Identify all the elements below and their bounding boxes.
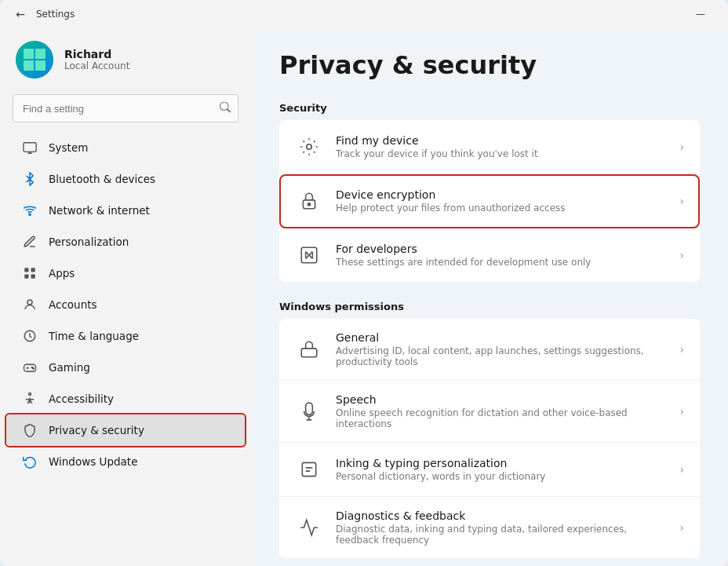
minimize-button[interactable]: — [682,2,719,26]
device-encryption-icon [295,187,323,215]
sidebar-item-privacy[interactable]: Privacy & security [6,414,245,446]
svg-point-8 [27,300,32,305]
general-desc: Advertising ID, local content, app launc… [336,345,667,367]
windows-permissions-card-group: General Advertising ID, local content, a… [279,319,700,558]
card-for-developers[interactable]: For developers These settings are intend… [279,228,700,282]
sidebar-item-label: Accounts [49,298,97,311]
find-device-title: Find my device [336,134,667,147]
card-speech[interactable]: Speech Online speech recognition for dic… [279,381,700,443]
diagnostics-title: Diagnostics & feedback [336,509,667,522]
svg-point-3 [29,214,31,215]
svg-rect-0 [24,143,36,152]
card-device-encryption[interactable]: Device encryption Help protect your file… [279,174,700,228]
sidebar-item-label: Accessibility [49,393,114,405]
sidebar-item-label: Network & internet [49,204,150,217]
bluetooth-icon [22,171,38,187]
update-icon [22,454,38,469]
back-button[interactable]: ← [9,3,31,25]
search-input[interactable] [13,94,238,122]
titlebar: ← Settings — [0,0,728,28]
search-icon [220,102,231,115]
user-name: Richard [64,48,129,60]
main-content: Privacy & security Security Find my devi… [251,28,728,566]
sidebar-item-time[interactable]: Time & language [6,320,245,352]
chevron-right-icon: › [679,463,684,476]
svg-rect-4 [24,268,28,272]
card-general[interactable]: General Advertising ID, local content, a… [279,319,700,381]
sidebar-item-accessibility[interactable]: Accessibility [6,383,245,414]
svg-point-15 [29,393,31,396]
sidebar-item-apps[interactable]: Apps [6,257,245,289]
sidebar-item-system[interactable]: System [6,132,245,163]
chevron-right-icon: › [679,405,684,418]
app-body: Richard Local Account [0,28,728,566]
svg-point-22 [308,203,310,206]
section-label-security: Security [279,102,700,114]
titlebar-title: Settings [36,9,75,20]
diagnostics-text: Diagnostics & feedback Diagnostic data, … [336,509,667,546]
user-section[interactable]: Richard Local Account [0,28,251,91]
speech-text: Speech Online speech recognition for dic… [336,393,667,429]
inking-desc: Personal dictionary, words in your dicti… [336,471,667,482]
svg-point-14 [33,368,35,370]
search-box [13,94,238,122]
apps-icon [22,265,38,281]
sidebar-item-label: System [49,141,88,154]
security-card-group: Find my device Track your device if you … [279,120,700,282]
sidebar-item-label: Windows Update [49,455,137,468]
time-icon [22,328,38,344]
card-find-device[interactable]: Find my device Track your device if you … [279,120,700,174]
inking-title: Inking & typing personalization [336,457,667,469]
sidebar: Richard Local Account [0,28,251,566]
user-account-type: Local Account [64,60,129,71]
inking-text: Inking & typing personalization Personal… [336,457,667,482]
chevron-right-icon: › [679,195,684,207]
section-label-windows-permissions: Windows permissions [279,301,700,312]
system-icon [22,140,38,155]
device-encryption-desc: Help protect your files from unauthorize… [336,203,667,214]
speech-icon [295,397,323,425]
device-encryption-title: Device encryption [336,188,667,201]
general-text: General Advertising ID, local content, a… [336,331,667,367]
sidebar-item-label: Privacy & security [49,424,144,436]
sidebar-item-personalization[interactable]: Personalization [6,226,245,257]
svg-rect-5 [31,268,35,272]
diagnostics-desc: Diagnostic data, inking and typing data,… [336,524,667,546]
device-encryption-text: Device encryption Help protect your file… [336,188,667,214]
sidebar-item-label: Bluetooth & devices [49,173,155,185]
svg-rect-30 [301,349,317,357]
sidebar-item-update[interactable]: Windows Update [6,446,245,477]
sidebar-item-label: Personalization [49,236,129,248]
inking-icon [295,455,323,484]
gaming-icon [22,360,38,375]
privacy-icon [22,422,38,438]
for-developers-icon [295,241,323,269]
sidebar-item-bluetooth[interactable]: Bluetooth & devices [6,163,245,195]
nav-list: System Bluetooth & devices [0,132,251,477]
svg-rect-6 [24,275,28,279]
card-diagnostics[interactable]: Diagnostics & feedback Diagnostic data, … [279,497,700,558]
svg-rect-7 [31,275,35,279]
general-icon [295,335,323,363]
speech-desc: Online speech recognition for dictation … [336,407,667,429]
for-developers-title: For developers [336,243,667,255]
svg-rect-33 [302,462,315,476]
for-developers-text: For developers These settings are intend… [336,243,667,268]
chevron-right-icon: › [679,141,684,153]
sidebar-item-label: Gaming [49,361,90,374]
titlebar-controls: — [682,2,719,26]
accounts-icon [22,297,38,312]
sidebar-item-accounts[interactable]: Accounts [6,289,245,320]
find-device-icon [295,133,323,161]
sidebar-item-gaming[interactable]: Gaming [6,352,245,383]
sidebar-item-network[interactable]: Network & internet [6,195,245,226]
general-title: General [336,331,667,344]
network-icon [22,203,38,218]
svg-point-20 [307,144,312,150]
card-inking[interactable]: Inking & typing personalization Personal… [279,443,700,497]
page-title: Privacy & security [279,50,700,80]
chevron-right-icon: › [679,521,684,534]
accessibility-icon [22,391,38,407]
sidebar-item-label: Apps [49,267,75,279]
avatar [16,41,53,79]
